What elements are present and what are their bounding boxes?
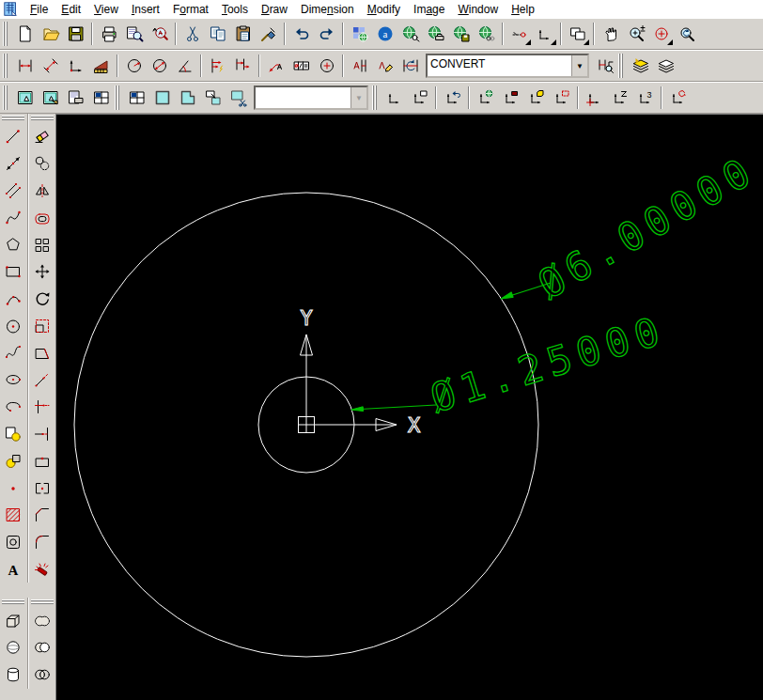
- dim-angular-button[interactable]: [173, 54, 197, 78]
- new-layout-button[interactable]: [13, 86, 38, 110]
- save-to-web-button[interactable]: [449, 22, 474, 46]
- ellipse-arc-button[interactable]: [1, 395, 25, 419]
- redo-button[interactable]: [315, 22, 339, 46]
- browse-web-button[interactable]: [398, 22, 423, 46]
- box-button[interactable]: [1, 609, 25, 633]
- subtract-button[interactable]: [30, 635, 54, 660]
- menu-draw[interactable]: Draw: [255, 1, 294, 18]
- menu-format[interactable]: Format: [166, 1, 215, 18]
- dimension-inner[interactable]: Ø1.25000: [351, 306, 671, 421]
- rotate-button[interactable]: [30, 287, 54, 311]
- menu-help[interactable]: Help: [505, 1, 541, 18]
- dim-ordinate-button[interactable]: [64, 54, 88, 78]
- array-button[interactable]: [30, 233, 54, 257]
- dim-tolerance-button[interactable]: [289, 54, 314, 78]
- print-preview-button[interactable]: [122, 22, 147, 46]
- layer-previous-button[interactable]: [654, 54, 678, 78]
- new-button[interactable]: [13, 22, 38, 46]
- convert-to-viewport-button[interactable]: [201, 86, 226, 110]
- make-layer-current-button[interactable]: [629, 54, 653, 78]
- pan-realtime-button[interactable]: [599, 22, 623, 46]
- named-views-button[interactable]: [566, 22, 590, 46]
- dropdown-arrow-icon[interactable]: ▼: [350, 87, 366, 108]
- menu-window[interactable]: Window: [451, 1, 505, 18]
- drawing-area[interactable]: Y X Ø6.00000 Ø1.25000: [55, 114, 763, 700]
- fillet-button[interactable]: [30, 530, 54, 554]
- match-properties-button[interactable]: [257, 22, 281, 46]
- ucs-previous-button[interactable]: [441, 86, 465, 110]
- spelling-button[interactable]: [148, 22, 172, 46]
- rectangle-button[interactable]: [1, 259, 25, 284]
- ucs-3point-button[interactable]: 3: [633, 86, 658, 110]
- cylinder-button[interactable]: [1, 662, 25, 687]
- explode-button[interactable]: [30, 557, 54, 582]
- dim-edit-button[interactable]: [348, 54, 372, 78]
- dim-diameter-button[interactable]: [148, 54, 172, 78]
- toolbar-grip[interactable]: [3, 22, 9, 46]
- menu-image[interactable]: Image: [407, 1, 451, 18]
- lengthen-button[interactable]: [30, 367, 54, 392]
- toolbar-grip[interactable]: [3, 86, 9, 110]
- region-button[interactable]: [1, 530, 25, 554]
- ucs-point-button[interactable]: [533, 22, 557, 46]
- zoom-realtime-button[interactable]: [624, 22, 648, 46]
- cut-button[interactable]: [180, 22, 205, 46]
- toolbar-grip[interactable]: [2, 116, 24, 122]
- zoom-window-button[interactable]: [649, 22, 674, 46]
- paste-button[interactable]: [231, 22, 256, 46]
- construction-line-button[interactable]: [1, 151, 25, 176]
- viewports-dialog-button[interactable]: [125, 86, 149, 110]
- multiline-button[interactable]: [1, 179, 25, 203]
- union-button[interactable]: [30, 609, 54, 633]
- ucs-rotate-x-button[interactable]: [666, 86, 691, 110]
- spline-button[interactable]: [1, 341, 25, 366]
- circle-button[interactable]: [1, 314, 25, 338]
- make-block-button[interactable]: [1, 449, 25, 474]
- ucs-zaxis-button[interactable]: [608, 86, 632, 110]
- toolbar-grip[interactable]: [115, 86, 121, 110]
- menu-view[interactable]: View: [87, 1, 125, 18]
- drawing-canvas[interactable]: Y X Ø6.00000 Ø1.25000: [56, 115, 763, 700]
- quick-dimension-button[interactable]: [89, 54, 114, 78]
- hatch-button[interactable]: [1, 503, 25, 527]
- dim-baseline-button[interactable]: [206, 54, 230, 78]
- undo-button[interactable]: [289, 22, 314, 46]
- menu-modify[interactable]: Modify: [361, 1, 407, 18]
- single-viewport-button[interactable]: [150, 86, 175, 110]
- scale-button[interactable]: [30, 314, 54, 338]
- menu-tools[interactable]: Tools: [215, 1, 255, 18]
- insert-hyperlink-button[interactable]: [475, 22, 499, 46]
- copy-object-button[interactable]: [30, 151, 54, 176]
- menu-insert[interactable]: Insert: [125, 1, 166, 18]
- extend-button[interactable]: [30, 422, 54, 446]
- sphere-button[interactable]: [1, 635, 25, 660]
- dim-style-button[interactable]: [593, 54, 617, 78]
- dim-update-button[interactable]: [398, 54, 423, 78]
- ucs-face-button[interactable]: [524, 86, 549, 110]
- polygon-button[interactable]: [1, 233, 25, 257]
- menu-file[interactable]: File: [23, 1, 54, 18]
- move-button[interactable]: [30, 259, 54, 284]
- outer-diameter-text[interactable]: Ø6.00000: [531, 147, 763, 308]
- ucs-button[interactable]: [382, 86, 407, 110]
- trim-button[interactable]: [30, 395, 54, 419]
- break-at-point-button[interactable]: [30, 476, 54, 501]
- copy-button[interactable]: [206, 22, 230, 46]
- ucs-view-button[interactable]: [550, 86, 574, 110]
- toolbar-grip[interactable]: [31, 599, 54, 606]
- open-button[interactable]: [39, 22, 63, 46]
- menu-edit[interactable]: Edit: [54, 1, 87, 18]
- text-button[interactable]: A: [1, 557, 25, 582]
- toolbar-grip[interactable]: [372, 86, 379, 110]
- dim-continue-button[interactable]: [231, 54, 256, 78]
- polyline-button[interactable]: [1, 206, 25, 230]
- dimension-outer[interactable]: Ø6.00000: [501, 147, 763, 308]
- viewport-scale-combo[interactable]: ▼: [254, 86, 368, 110]
- dropdown-arrow-icon[interactable]: ▼: [571, 55, 587, 76]
- tracking-button[interactable]: [507, 22, 532, 46]
- zoom-previous-button[interactable]: [675, 22, 699, 46]
- dim-center-mark-button[interactable]: [315, 54, 339, 78]
- chamfer-button[interactable]: [30, 503, 54, 527]
- toolbar-grip[interactable]: [2, 599, 24, 606]
- clip-viewport-button[interactable]: [226, 86, 251, 110]
